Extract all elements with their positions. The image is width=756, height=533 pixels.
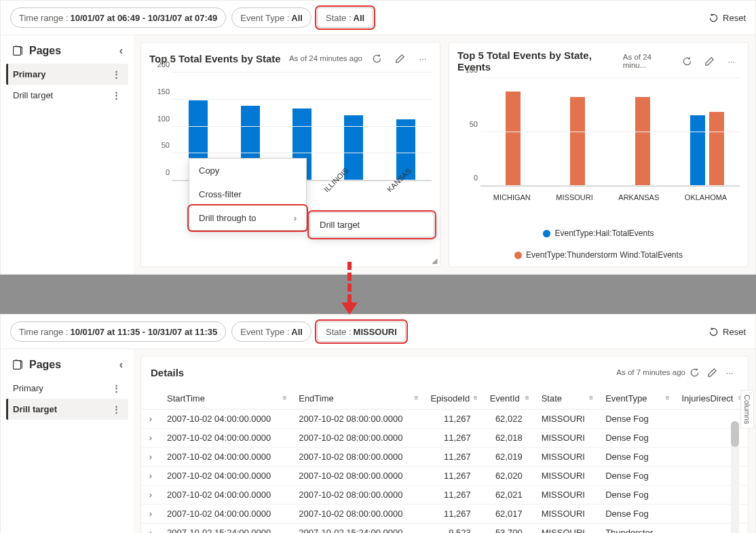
filter-bar: Time range : 10/01/07 at 11:35 - 10/31/0… [1, 315, 755, 349]
tiles-area: Top 5 Total Events by State As of 24 min… [134, 35, 755, 274]
col-eventid[interactable]: EventId≡ [483, 388, 535, 410]
more-icon[interactable]: ⋮ [112, 404, 121, 414]
bar[interactable] [690, 115, 705, 186]
x-label: MISSOURI [556, 193, 592, 201]
ctx-drill-target[interactable]: Drill target [310, 213, 434, 237]
table-row[interactable]: ›2007-10-02 04:00:00.00002007-10-02 08:0… [141, 486, 748, 505]
transition-gap [0, 275, 756, 314]
ctx-drill-through[interactable]: Drill through to › [189, 206, 306, 230]
filter-event-type[interactable]: Event Type : All [231, 7, 311, 28]
columns-tab[interactable]: Columns [740, 390, 754, 429]
bar[interactable] [709, 112, 724, 186]
expand-icon[interactable]: › [141, 486, 160, 505]
sort-icon[interactable]: ≡ [415, 394, 419, 401]
sidebar-item-primary[interactable]: Primary⋮ [6, 64, 128, 85]
expand-icon[interactable]: › [141, 410, 160, 429]
bar[interactable] [570, 97, 585, 186]
sidebar-item-drill-target[interactable]: Drill target⋮ [6, 399, 128, 420]
collapse-icon[interactable]: ‹ [119, 359, 123, 371]
asof-label: As of 24 minu... [623, 53, 674, 69]
expand-icon[interactable]: › [141, 505, 160, 524]
more-icon[interactable]: ⋮ [112, 90, 121, 100]
collapse-icon[interactable]: ‹ [119, 45, 123, 57]
legend-item-thunder: EventType:Thunderstorm Wind:TotalEvents [514, 250, 683, 260]
sort-icon[interactable]: ≡ [474, 394, 478, 401]
bar[interactable] [506, 92, 521, 186]
ctx-copy[interactable]: Copy [189, 159, 306, 182]
col-episodeid[interactable]: EpisodeId≡ [423, 388, 483, 410]
chart-2[interactable]: 050100 MICHIGANMISSOURIARKANSASOKLAHOMA [457, 78, 740, 201]
edit-icon[interactable] [701, 52, 717, 70]
filter-time-range[interactable]: Time range : 10/01/07 at 06:49 - 10/31/0… [10, 7, 226, 28]
x-label: OKLAHOMA [685, 193, 727, 201]
more-icon[interactable]: ··· [721, 363, 738, 381]
filter-value: 10/01/07 at 06:49 - 10/31/07 at 07:49 [71, 13, 218, 23]
x-label: ARKANSAS [618, 193, 659, 201]
legend-label: EventType:Hail:TotalEvents [554, 229, 654, 238]
pages-header: Pages ‹ [6, 356, 128, 378]
sort-icon[interactable]: ≡ [666, 394, 670, 401]
edit-icon[interactable] [703, 363, 721, 381]
bar[interactable] [635, 97, 650, 186]
table-row[interactable]: ›2007-10-02 04:00:00.00002007-10-02 08:0… [141, 410, 748, 429]
more-icon[interactable]: ··· [414, 50, 432, 67]
sort-icon[interactable]: ≡ [589, 394, 593, 401]
edit-icon[interactable] [391, 50, 409, 67]
table-row[interactable]: ›2007-10-02 04:00:00.00002007-10-02 08:0… [141, 467, 748, 486]
expand-icon[interactable]: › [141, 429, 160, 448]
col-eventtype[interactable]: EventType≡ [599, 388, 675, 410]
col-starttime[interactable]: StartTime≡ [160, 388, 292, 410]
pages-header: Pages ‹ [6, 42, 128, 64]
filter-label: Event Type : [240, 327, 289, 337]
col-endtime[interactable]: EndTime≡ [292, 388, 423, 410]
more-icon[interactable]: ⋮ [112, 69, 121, 79]
table-row[interactable]: ›2007-10-02 15:24:00.00002007-10-02 15:2… [141, 524, 748, 534]
refresh-icon[interactable] [679, 52, 696, 70]
nav-label: Primary [13, 69, 45, 79]
dashboard-before: Time range : 10/01/07 at 06:49 - 10/31/0… [0, 0, 756, 275]
table-row[interactable]: ›2007-10-02 04:00:00.00002007-10-02 08:0… [141, 505, 748, 524]
expand-icon[interactable]: › [141, 467, 160, 486]
nav-label: Drill target [13, 404, 57, 414]
filter-value: MISSOURI [354, 327, 397, 337]
tile-top5-state-events: Top 5 Total Events by State, Events As o… [449, 42, 749, 267]
more-icon[interactable]: ⋮ [112, 383, 121, 393]
reset-icon [708, 13, 719, 23]
resize-handle-icon[interactable]: ◢ [432, 256, 437, 265]
table-row[interactable]: ›2007-10-02 04:00:00.00002007-10-02 08:0… [141, 448, 748, 467]
filter-state[interactable]: State : All [317, 7, 373, 28]
filter-state[interactable]: State : MISSOURI [317, 321, 406, 342]
sort-icon[interactable]: ≡ [282, 394, 286, 401]
filter-event-type[interactable]: Event Type : All [231, 321, 311, 342]
sort-icon[interactable]: ≡ [525, 394, 529, 401]
reset-button[interactable]: Reset [708, 327, 746, 337]
scroll-thumb[interactable] [731, 421, 739, 447]
filter-value: 10/01/07 at 11:35 - 10/31/07 at 11:35 [71, 327, 218, 337]
filter-time-range[interactable]: Time range : 10/01/07 at 11:35 - 10/31/0… [10, 321, 226, 342]
filter-label: State : [326, 327, 352, 337]
context-menu: Copy Cross-filter Drill through to › [189, 158, 307, 231]
swatch-icon [543, 230, 550, 237]
pages-icon [12, 359, 24, 371]
ctx-label: Drill target [320, 220, 360, 230]
expand-icon[interactable]: › [141, 448, 160, 467]
ctx-cross-filter[interactable]: Cross-filter [189, 182, 306, 206]
table-row[interactable]: ›2007-10-02 04:00:00.00002007-10-02 08:0… [141, 429, 748, 448]
col-injuriesdirect[interactable]: InjuriesDirect≡ [675, 388, 749, 410]
legend-item-hail: EventType:Hail:TotalEvents [543, 229, 654, 238]
legend: EventType:Hail:TotalEvents EventType:Thu… [457, 229, 740, 260]
refresh-icon[interactable] [368, 50, 385, 67]
col-state[interactable]: State≡ [535, 388, 599, 410]
tile-header: Top 5 Total Events by State, Events As o… [457, 50, 740, 73]
expand-icon[interactable]: › [141, 524, 160, 534]
details-tile: Details As of 7 minutes ago ··· StartTim… [140, 356, 749, 533]
refresh-icon[interactable] [685, 363, 703, 381]
tile-header: Top 5 Total Events by State As of 24 min… [149, 50, 432, 67]
pages-title: Pages [29, 359, 61, 371]
sidebar-item-primary[interactable]: Primary⋮ [6, 378, 128, 399]
main-layout: Pages ‹ Primary⋮Drill target⋮ Top 5 Tota… [1, 35, 755, 274]
scrollbar[interactable] [731, 421, 739, 533]
reset-button[interactable]: Reset [708, 13, 746, 23]
sidebar-item-drill-target[interactable]: Drill target⋮ [6, 85, 128, 106]
more-icon[interactable]: ··· [723, 52, 740, 70]
